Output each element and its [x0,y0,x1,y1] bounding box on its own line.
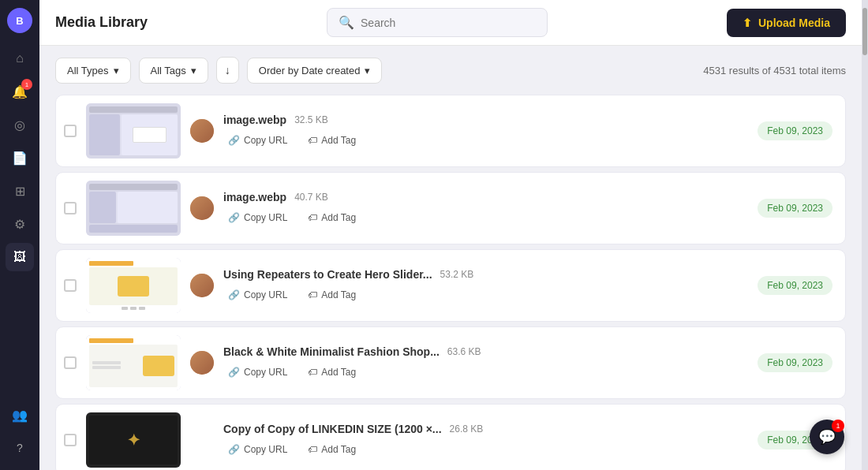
page-title: Media Library [55,14,148,31]
add-tag-button[interactable]: 🏷 Add Tag [303,364,361,380]
search-bar[interactable]: 🔍 [327,8,548,37]
upload-media-button[interactable]: ⬆ Upload Media [727,9,846,37]
media-thumbnail: ✦ [86,412,181,468]
sidebar: B ⌂ 🔔 1 ◎ 📄 ⊞ ⚙ 🖼 👥 ? [0,0,39,470]
main-content: Media Library 🔍 ⬆ Upload Media All Types… [39,0,862,470]
media-thumbnail [86,335,181,390]
table-row: Using Repeaters to Create Hero Slider...… [55,249,846,322]
media-size: 26.8 KB [450,423,484,435]
link-icon: 🔗 [228,367,240,378]
media-info: image.webp 40.7 KB 🔗 Copy URL 🏷 Add Tag [223,191,748,226]
media-size: 40.7 KB [294,192,328,203]
media-name: image.webp [223,191,286,203]
tag-icon: 🏷 [308,212,317,223]
scrollbar-track[interactable] [862,0,868,470]
item-checkbox[interactable] [64,202,77,214]
add-tag-button[interactable]: 🏷 Add Tag [303,210,361,226]
media-info: Copy of Copy of LINKEDIN SIZE (1200 ×...… [223,423,748,457]
media-date: Feb 09, 2023 [758,121,832,140]
all-tags-filter[interactable]: All Tags ▾ [139,58,208,84]
all-types-filter[interactable]: All Types ▾ [55,58,131,84]
copy-url-button[interactable]: 🔗 Copy URL [223,132,292,148]
media-info: Using Repeaters to Create Hero Slider...… [223,268,748,303]
team-icon: 👥 [12,408,28,423]
sidebar-item-team[interactable]: 👥 [6,401,34,429]
sidebar-item-help[interactable]: ? [6,434,34,462]
copy-url-button[interactable]: 🔗 Copy URL [223,364,292,380]
media-size: 32.5 KB [294,114,328,125]
sort-arrow-icon: ↓ [225,64,230,76]
notifications-badge: 1 [21,79,32,90]
media-size: 63.6 KB [447,346,481,357]
media-thumbnail [86,103,181,159]
sort-direction-button[interactable]: ↓ [216,57,239,84]
media-thumbnail [86,181,181,236]
copy-url-button[interactable]: 🔗 Copy URL [223,442,292,457]
media-actions: 🔗 Copy URL 🏷 Add Tag [223,210,748,226]
results-count: 4531 results of 4531 total items [703,65,846,76]
item-checkbox[interactable] [64,125,77,137]
link-icon: 🔗 [228,289,240,300]
media-info: Black & White Minimalist Fashion Shop...… [223,345,748,380]
tag-icon: 🏷 [308,444,317,455]
add-tag-button[interactable]: 🏷 Add Tag [303,442,361,457]
tag-icon: 🏷 [308,367,317,378]
media-icon: 🖼 [13,250,26,264]
add-tag-button[interactable]: 🏷 Add Tag [303,132,361,148]
link-icon: 🔗 [228,212,240,223]
chevron-down-icon: ▾ [365,65,370,76]
media-actions: 🔗 Copy URL 🏷 Add Tag [223,132,748,148]
sidebar-item-integrations[interactable]: ⚙ [6,210,34,238]
table-row: image.webp 32.5 KB 🔗 Copy URL 🏷 Add Tag … [55,95,846,167]
media-list: image.webp 32.5 KB 🔗 Copy URL 🏷 Add Tag … [39,95,862,470]
item-checkbox[interactable] [64,434,77,446]
table-row: image.webp 40.7 KB 🔗 Copy URL 🏷 Add Tag … [55,172,846,244]
scrollbar-thumb[interactable] [862,8,867,55]
media-date: Feb 09, 2023 [758,199,832,218]
avatar [190,351,214,375]
media-actions: 🔗 Copy URL 🏷 Add Tag [223,442,748,457]
sidebar-item-home[interactable]: ⌂ [6,44,34,73]
media-date: Feb 09, 2023 [758,353,832,372]
sidebar-logo[interactable]: B [7,8,32,33]
search-icon: 🔍 [339,15,354,30]
item-checkbox[interactable] [64,279,77,292]
media-size: 53.2 KB [440,269,474,280]
link-icon: 🔗 [228,444,240,455]
copy-url-button[interactable]: 🔗 Copy URL [223,287,292,303]
search-input[interactable] [361,17,536,29]
media-name: Black & White Minimalist Fashion Shop... [223,345,440,358]
sidebar-item-grid[interactable]: ⊞ [6,177,34,205]
media-info: image.webp 32.5 KB 🔗 Copy URL 🏷 Add Tag [223,114,748,148]
sidebar-item-pages[interactable]: 📄 [6,144,34,172]
pages-icon: 📄 [12,151,28,166]
add-tag-button[interactable]: 🏷 Add Tag [303,287,361,303]
media-name: Copy of Copy of LINKEDIN SIZE (1200 ×... [223,423,442,435]
avatar [190,119,214,143]
grid-icon: ⊞ [15,184,25,199]
sidebar-item-analytics[interactable]: ◎ [6,110,34,139]
item-checkbox[interactable] [64,356,77,369]
avatar [190,274,214,297]
integrations-icon: ⚙ [14,217,25,232]
chevron-down-icon: ▾ [191,65,196,76]
analytics-icon: ◎ [14,118,25,132]
sidebar-item-media[interactable]: 🖼 [6,243,34,271]
chat-badge: 1 [832,420,844,432]
tag-icon: 🏷 [308,135,317,146]
chat-bubble-button[interactable]: 💬 1 [810,420,844,454]
avatar [190,196,214,220]
chat-icon: 💬 [818,428,836,446]
sidebar-item-notifications[interactable]: 🔔 1 [6,77,34,106]
upload-icon: ⬆ [743,17,752,29]
order-by-filter[interactable]: Order by Date created ▾ [247,58,383,84]
chevron-down-icon: ▾ [114,65,119,76]
media-date: Feb 09, 2023 [758,276,832,295]
media-thumbnail [86,258,181,313]
media-name: Using Repeaters to Create Hero Slider... [223,268,432,281]
table-row: ✦ Copy of Copy of LINKEDIN SIZE (1200 ×.… [55,404,846,470]
copy-url-button[interactable]: 🔗 Copy URL [223,210,292,226]
home-icon: ⌂ [16,51,24,65]
filters-bar: All Types ▾ All Tags ▾ ↓ Order by Date c… [39,46,862,95]
media-actions: 🔗 Copy URL 🏷 Add Tag [223,287,748,303]
